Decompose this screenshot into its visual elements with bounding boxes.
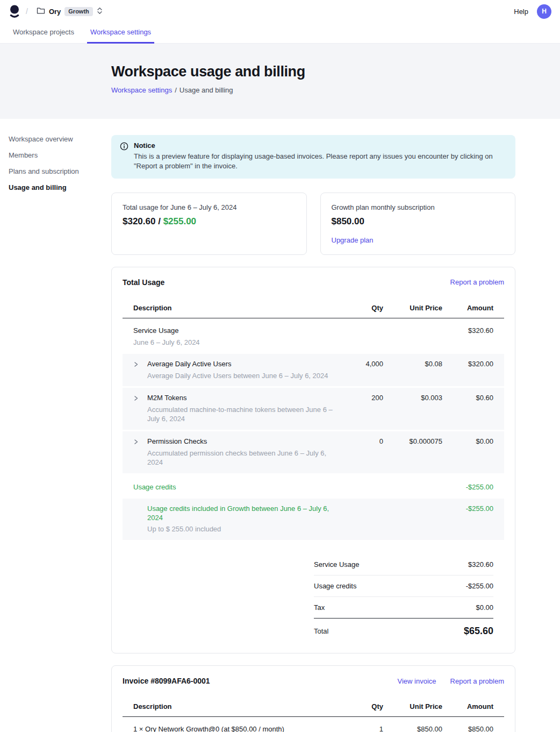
top-bar: / Ory Growth Help H xyxy=(0,0,560,23)
row-subtitle: Accumulated machine-to-machine tokens be… xyxy=(147,406,336,424)
ory-logo-icon[interactable] xyxy=(9,4,20,18)
sidebar-item-plans-and-subscription[interactable]: Plans and subscription xyxy=(9,167,106,176)
row-amount: $320.60 xyxy=(442,326,493,335)
row-qty: 200 xyxy=(336,394,383,402)
workspace-switcher[interactable]: Ory Growth xyxy=(33,5,106,18)
topbar-left: / Ory Growth xyxy=(9,4,106,18)
line-item-average-daily-active-users[interactable]: Average Daily Active Users Average Daily… xyxy=(123,354,504,387)
row-amount: -$255.00 xyxy=(442,504,493,513)
info-icon xyxy=(120,142,128,172)
row-title: 1 × Ory Network Growth@0 (at $850.00 / m… xyxy=(133,725,336,732)
summary-row-service-usage: Service Usage $320.60 xyxy=(314,554,493,575)
summary-value: -$255.00 xyxy=(466,582,493,590)
folder-icon xyxy=(37,7,45,16)
notice-content: Notice This is a preview feature for dis… xyxy=(134,141,497,172)
row-title: Usage credits xyxy=(133,483,336,492)
breadcrumb-current: Usage and billing xyxy=(180,86,233,94)
col-description: Description xyxy=(133,702,336,710)
row-title: Average Daily Active Users xyxy=(147,360,328,369)
chevron-right-icon[interactable] xyxy=(133,360,147,369)
help-link[interactable]: Help xyxy=(514,8,528,16)
usage-amount: $320.60 xyxy=(123,216,155,226)
total-usage-card: Total usage for June 6 – July 6, 2024 $3… xyxy=(111,193,307,255)
col-unit-price: Unit Price xyxy=(383,304,442,312)
invoice-title: Invoice #8099AFA6-0001 xyxy=(123,677,210,685)
usage-summary: Service Usage $320.60 Usage credits -$25… xyxy=(314,554,493,637)
sidebar-item-usage-and-billing[interactable]: Usage and billing xyxy=(9,183,106,193)
invoice-table: Description Qty Unit Price Amount 1 × Or… xyxy=(123,697,504,732)
service-usage-description: Service Usage June 6 – July 6, 2024 xyxy=(133,326,336,347)
col-amount: Amount xyxy=(442,702,493,710)
usage-panel-title: Total Usage xyxy=(123,278,164,287)
row-subtitle: Up to $ 255.00 included xyxy=(147,525,336,534)
row-unit-price: $0.000075 xyxy=(383,437,442,445)
breadcrumb-separator: / xyxy=(175,86,177,94)
summary-cards: Total usage for June 6 – July 6, 2024 $3… xyxy=(111,193,515,255)
upgrade-plan-link[interactable]: Upgrade plan xyxy=(332,236,374,244)
row-qty: 1 xyxy=(336,725,383,732)
usage-panel-header: Total Usage Report a problem xyxy=(123,278,504,287)
row-title: Usage credits included in Growth between… xyxy=(147,504,336,523)
total-label: Total xyxy=(314,627,328,635)
row-subtitle: Accumulated permission checks between Ju… xyxy=(147,449,336,467)
breadcrumb-link-workspace-settings[interactable]: Workspace settings xyxy=(111,86,172,94)
tab-workspace-projects[interactable]: Workspace projects xyxy=(10,23,77,44)
invoice-links: View invoice Report a problem xyxy=(398,677,504,685)
summary-value: $320.60 xyxy=(468,560,493,568)
path-separator: / xyxy=(26,7,28,16)
line-item-permission-checks[interactable]: Permission Checks Accumulated permission… xyxy=(123,431,504,473)
main-content: Notice This is a preview feature for dis… xyxy=(111,119,515,732)
summary-label: Usage credits xyxy=(314,582,363,590)
line-item-m2m-tokens[interactable]: M2M Tokens Accumulated machine-to-machin… xyxy=(123,388,504,430)
page-title: Workspace usage and billing xyxy=(111,63,560,80)
row-qty: 0 xyxy=(336,437,383,445)
chevron-right-icon[interactable] xyxy=(133,394,147,403)
row-subtitle: Average Daily Active Users between June … xyxy=(147,372,328,381)
workspace-name: Ory xyxy=(49,8,61,16)
col-unit-price: Unit Price xyxy=(383,702,442,710)
usage-credits-row: Usage credits -$255.00 xyxy=(123,475,504,499)
content: Workspace overview Members Plans and sub… xyxy=(0,119,560,732)
subscription-amount: $850.00 xyxy=(332,216,505,227)
notice-body: This is a preview feature for displaying… xyxy=(134,152,497,172)
col-qty: Qty xyxy=(336,702,383,710)
chevron-updown-icon xyxy=(97,7,103,16)
col-qty: Qty xyxy=(336,304,383,312)
row-title: Permission Checks xyxy=(147,437,336,446)
summary-value: $0.00 xyxy=(476,603,493,612)
col-amount: Amount xyxy=(442,304,493,312)
col-description: Description xyxy=(133,304,336,312)
avatar[interactable]: H xyxy=(537,4,551,19)
row-amount: $0.60 xyxy=(442,394,493,402)
sidebar-item-members[interactable]: Members xyxy=(9,151,106,160)
row-unit-price: $0.003 xyxy=(383,394,442,402)
subscription-card: Growth plan monthly subscription $850.00… xyxy=(320,193,516,255)
tab-workspace-settings[interactable]: Workspace settings xyxy=(87,23,154,44)
total-usage-label: Total usage for June 6 – July 6, 2024 xyxy=(123,203,296,211)
chevron-right-icon[interactable] xyxy=(133,437,147,446)
total-usage-panel: Total Usage Report a problem Description… xyxy=(111,267,515,653)
view-invoice-link[interactable]: View invoice xyxy=(398,677,436,685)
breadcrumb: Workspace settings/Usage and billing xyxy=(111,86,560,94)
invoice-line-item-row: 1 × Ory Network Growth@0 (at $850.00 / m… xyxy=(123,717,504,732)
row-amount: $320.00 xyxy=(442,360,493,368)
sidebar-item-workspace-overview[interactable]: Workspace overview xyxy=(9,135,106,144)
row-amount: -$255.00 xyxy=(442,483,493,491)
row-unit-price: $0.08 xyxy=(383,360,442,368)
total-value: $65.60 xyxy=(464,626,493,637)
credits-detail-description: Usage credits included in Growth between… xyxy=(133,504,336,535)
total-usage-amount: $320.60 / $255.00 xyxy=(123,216,296,227)
settings-sidebar: Workspace overview Members Plans and sub… xyxy=(0,119,111,200)
invoice-table-header: Description Qty Unit Price Amount xyxy=(123,697,504,717)
row-title: Service Usage xyxy=(133,326,336,336)
summary-label: Tax xyxy=(314,603,331,612)
line-item-text: M2M Tokens Accumulated machine-to-machin… xyxy=(147,394,336,424)
invoice-report-problem-link[interactable]: Report a problem xyxy=(450,677,504,685)
usage-report-problem-link[interactable]: Report a problem xyxy=(450,278,504,286)
usage-amount-separator: / xyxy=(155,216,163,226)
row-title: M2M Tokens xyxy=(147,394,336,403)
row-amount: $850.00 xyxy=(442,725,493,732)
page-header: Workspace usage and billing Workspace se… xyxy=(0,44,560,119)
summary-row-tax: Tax $0.00 xyxy=(314,597,493,619)
line-item-description: M2M Tokens Accumulated machine-to-machin… xyxy=(133,394,336,424)
